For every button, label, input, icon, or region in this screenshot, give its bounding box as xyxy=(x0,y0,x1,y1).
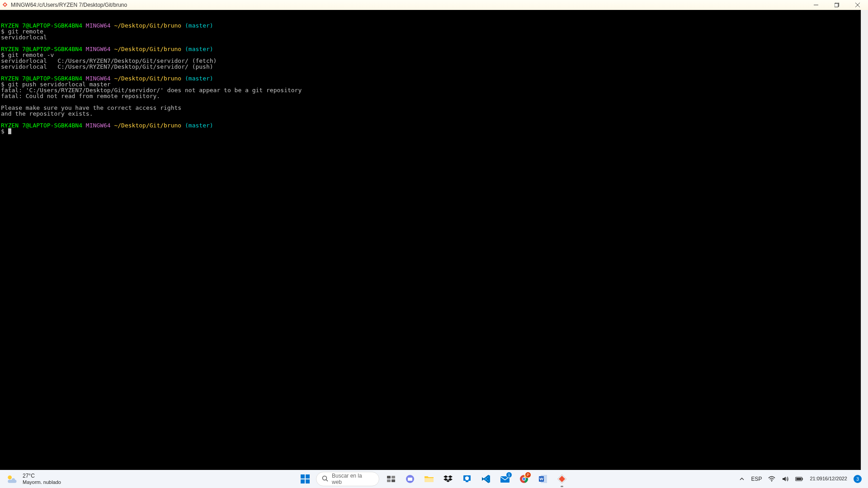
svg-line-11 xyxy=(326,479,328,481)
git-bash-icon[interactable] xyxy=(553,470,571,488)
system-tray: ESP 21:09 16/12/2022 3 xyxy=(738,470,868,488)
svg-point-28 xyxy=(771,481,772,482)
svg-rect-20 xyxy=(466,481,468,482)
word-icon[interactable]: W xyxy=(534,470,552,488)
svg-point-5 xyxy=(8,475,12,479)
security-icon[interactable] xyxy=(458,470,476,488)
clock-time: 21:09 xyxy=(810,476,822,482)
dropbox-icon[interactable] xyxy=(439,470,457,488)
weather-text: 27°C Mayorm. nublado xyxy=(23,473,61,485)
clock[interactable]: 21:09 16/12/2022 xyxy=(809,476,848,482)
svg-rect-17 xyxy=(408,478,412,481)
svg-point-10 xyxy=(323,476,327,480)
svg-rect-15 xyxy=(392,479,395,482)
weather-temp: 27°C xyxy=(23,473,61,479)
weather-widget[interactable]: 27°C Mayorm. nublado xyxy=(0,473,61,485)
svg-point-24 xyxy=(523,478,525,480)
language-indicator[interactable]: ESP xyxy=(750,476,763,482)
svg-rect-8 xyxy=(301,479,305,483)
taskbar-apps: 1 P W xyxy=(382,470,571,488)
chat-icon[interactable] xyxy=(401,470,419,488)
vertical-scrollbar[interactable] xyxy=(861,10,868,470)
svg-rect-13 xyxy=(392,476,395,479)
svg-rect-30 xyxy=(802,478,803,480)
svg-rect-7 xyxy=(306,474,310,479)
start-button[interactable] xyxy=(297,471,313,487)
svg-rect-9 xyxy=(306,479,310,483)
titlebar: MINGW64:/c/Users/RYZEN 7/Desktop/Git/bru… xyxy=(0,0,868,10)
task-view-icon[interactable] xyxy=(382,470,400,488)
mail-icon[interactable]: 1 xyxy=(496,470,514,488)
taskbar: 27°C Mayorm. nublado Buscar en la web 1 … xyxy=(0,470,868,488)
battery-icon[interactable] xyxy=(794,476,804,482)
vscode-icon[interactable] xyxy=(477,470,495,488)
chrome-icon[interactable]: P xyxy=(515,470,533,488)
app-icon xyxy=(2,2,8,8)
tray-overflow-icon[interactable] xyxy=(738,476,745,482)
window-title: MINGW64:/c/Users/RYZEN 7/Desktop/Git/bru… xyxy=(11,2,127,8)
search-placeholder: Buscar en la web xyxy=(332,473,373,485)
notification-center[interactable]: 3 xyxy=(853,475,863,483)
terminal-content: RYZEN 7@LAPTOP-SGBK4BN4 MINGW64 ~/Deskto… xyxy=(1,23,867,134)
notification-count: 3 xyxy=(854,475,862,483)
terminal-area[interactable]: RYZEN 7@LAPTOP-SGBK4BN4 MINGW64 ~/Deskto… xyxy=(0,10,868,470)
close-button[interactable] xyxy=(847,0,868,10)
maximize-button[interactable] xyxy=(826,0,847,10)
wifi-icon[interactable] xyxy=(767,475,776,483)
mail-badge: 1 xyxy=(506,472,512,478)
svg-text:W: W xyxy=(539,477,543,481)
svg-rect-31 xyxy=(797,478,802,480)
clock-date: 16/12/2022 xyxy=(822,476,847,482)
svg-rect-2 xyxy=(835,4,838,7)
taskbar-center: Buscar en la web 1 P W xyxy=(297,470,571,488)
svg-rect-18 xyxy=(425,478,434,482)
volume-icon[interactable] xyxy=(781,475,790,483)
minimize-button[interactable] xyxy=(806,0,826,10)
window-controls xyxy=(806,0,868,10)
chrome-badge: P xyxy=(525,472,531,478)
svg-rect-14 xyxy=(387,479,391,482)
svg-rect-6 xyxy=(301,474,305,479)
search-box[interactable]: Buscar en la web xyxy=(316,472,379,486)
svg-rect-12 xyxy=(387,476,391,479)
file-explorer-icon[interactable] xyxy=(420,470,438,488)
weather-desc: Mayorm. nublado xyxy=(23,479,61,485)
search-icon xyxy=(322,475,328,483)
weather-icon xyxy=(5,473,18,485)
